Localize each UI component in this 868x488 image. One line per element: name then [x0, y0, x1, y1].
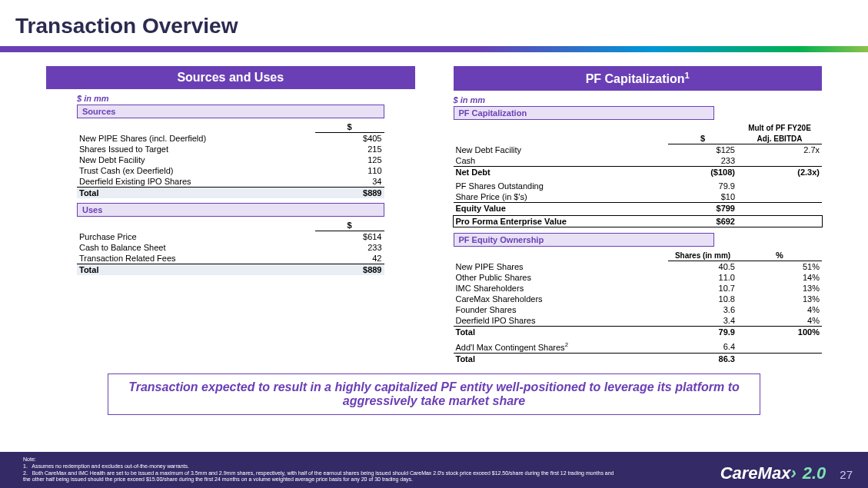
table-row: Other Public Shares11.014% — [454, 272, 823, 283]
page-title: Transaction Overview — [0, 0, 868, 46]
table-row: New PIPE Shares (incl. Deerfield)$405 — [77, 133, 384, 144]
brand-logo-text: CareMax› — [720, 463, 796, 483]
table-row: Cash to Balance Sheet233 — [77, 242, 384, 253]
pf-cap-subheader: PF Capitalization — [454, 106, 715, 120]
callout-box: Transaction expected to result in a high… — [108, 373, 760, 415]
col-mult-header-a: Mult of PF FY20E — [737, 123, 822, 133]
col-dollar-header: $ — [315, 220, 384, 231]
table-row: New PIPE Shares40.551% — [454, 261, 823, 273]
table-row: Cash233 — [454, 155, 823, 167]
table-row: Deerfield IPO Shares3.44% — [454, 315, 823, 327]
table-row: Share Price (in $'s)$10 — [454, 191, 823, 203]
uses-total-row: Total$889 — [77, 264, 384, 276]
footer-bar: Note: 1. Assumes no redemption and exclu… — [0, 452, 868, 488]
footnote-1: 1. Assumes no redemption and excludes ou… — [23, 463, 623, 470]
chevron-icon: › — [790, 463, 796, 483]
note-label: Note: — [23, 456, 623, 463]
unit-label-right: $ in mm — [454, 95, 823, 105]
uses-subheader: Uses — [77, 203, 384, 217]
ownership-grand-total-row: Total86.3 — [454, 353, 823, 364]
col-shares-header: Shares (in mm) — [668, 250, 737, 261]
net-debt-row: Net Debt($108)(2.3x) — [454, 167, 823, 178]
brand-version: 2.0 — [803, 463, 826, 483]
table-row: Founder Shares3.64% — [454, 304, 823, 315]
table-row: IMC Shareholders10.713% — [454, 283, 823, 294]
pf-ownership-subheader: PF Equity Ownership — [454, 233, 715, 247]
sources-total-row: Total$889 — [77, 188, 384, 199]
unit-label-left: $ in mm — [77, 94, 415, 103]
table-row: Transaction Related Fees42 — [77, 253, 384, 264]
table-row: New Debt Facility125 — [77, 154, 384, 165]
enterprise-value-row: Pro Forma Enterprise Value$692 — [454, 216, 823, 227]
page-number: 27 — [840, 468, 853, 481]
footnotes: Note: 1. Assumes no redemption and exclu… — [23, 456, 623, 483]
table-row: Shares Issued to Target215 — [77, 144, 384, 154]
uses-table: $ Purchase Price$614 Cash to Balance She… — [77, 220, 384, 275]
col-mult-header-b: Adj. EBITDA — [737, 133, 822, 144]
brand-block: CareMax› 2.0 27 — [720, 463, 853, 483]
table-row: CareMax Shareholders10.813% — [454, 294, 823, 304]
pf-cap-header: PF Capitalization1 — [454, 66, 823, 91]
sources-table: $ New PIPE Shares (incl. Deerfield)$405 … — [77, 121, 384, 198]
table-row: Deerfield Existing IPO Shares34 — [77, 176, 384, 188]
pf-ownership-table: Shares (in mm) % New PIPE Shares40.551% … — [454, 250, 823, 364]
table-row: Trust Cash (ex Deerfield)110 — [77, 165, 384, 176]
table-row: PF Shares Outstanding79.9 — [454, 181, 823, 191]
sources-uses-header: Sources and Uses — [46, 66, 415, 89]
equity-value-row: Equity Value$799 — [454, 203, 823, 214]
footnote-2: 2. Both CareMax and IMC Health are set t… — [23, 470, 623, 484]
col-dollar-header: $ — [668, 133, 737, 144]
main-columns: Sources and Uses $ in mm Sources $ New P… — [0, 66, 868, 364]
ownership-total-row: Total79.9100% — [454, 327, 823, 338]
pf-cap-table: Mult of PF FY20E $ Adj. EBITDA New Debt … — [454, 123, 823, 227]
col-pct-header: % — [737, 250, 822, 261]
table-row: New Debt Facility$1252.7x — [454, 144, 823, 156]
col-dollar-header: $ — [315, 121, 384, 133]
sources-subheader: Sources — [77, 105, 384, 118]
table-row: Purchase Price$614 — [77, 231, 384, 243]
contingent-shares-row: Add'l Max Contingent Shares26.4 — [454, 340, 823, 353]
accent-divider — [0, 46, 868, 52]
pf-capitalization-column: PF Capitalization1 $ in mm PF Capitaliza… — [454, 66, 823, 364]
sources-uses-column: Sources and Uses $ in mm Sources $ New P… — [46, 66, 415, 364]
